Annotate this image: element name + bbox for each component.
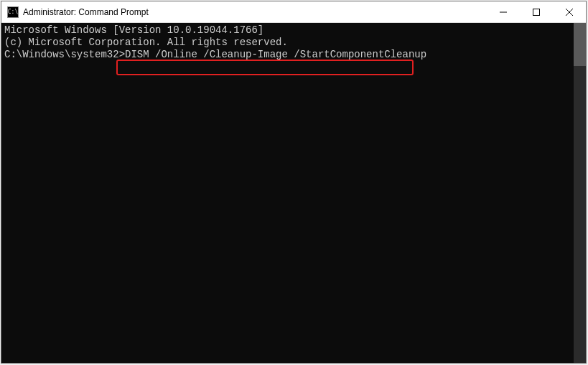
annotation-highlight: [116, 60, 414, 75]
close-button[interactable]: [553, 1, 586, 22]
terminal-prompt: C:\Windows\system32>: [4, 49, 125, 60]
vertical-scrollbar[interactable]: [574, 23, 586, 363]
close-icon: [566, 9, 573, 16]
terminal-line-copyright: (c) Microsoft Corporation. All rights re…: [4, 37, 571, 49]
maximize-icon: [533, 9, 540, 16]
titlebar[interactable]: C:\ Administrator: Command Prompt: [1, 1, 586, 23]
svg-rect-1: [533, 9, 540, 15]
minimize-icon: [500, 9, 507, 16]
scrollbar-thumb[interactable]: [574, 23, 586, 66]
terminal-prompt-line: C:\Windows\system32>DISM /Online /Cleanu…: [4, 49, 426, 61]
cmd-icon: C:\: [7, 6, 19, 18]
minimize-button[interactable]: [487, 1, 520, 22]
maximize-button[interactable]: [520, 1, 553, 22]
terminal-content[interactable]: Microsoft Windows [Version 10.0.19044.17…: [1, 23, 574, 363]
command-prompt-window: C:\ Administrator: Command Prompt: [1, 1, 587, 364]
terminal-line-version: Microsoft Windows [Version 10.0.19044.17…: [4, 24, 571, 37]
window-title: Administrator: Command Prompt: [23, 7, 149, 17]
terminal-area[interactable]: Microsoft Windows [Version 10.0.19044.17…: [1, 23, 586, 363]
cmd-icon-glyph: C:\: [8, 9, 18, 15]
titlebar-left: C:\ Administrator: Command Prompt: [1, 6, 149, 18]
window-controls: [487, 1, 586, 22]
terminal-command: DISM /Online /Cleanup-Image /StartCompon…: [125, 49, 426, 60]
